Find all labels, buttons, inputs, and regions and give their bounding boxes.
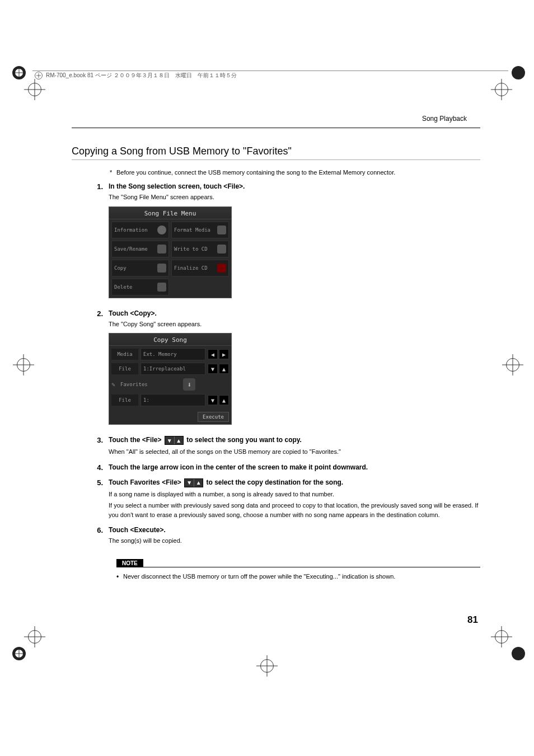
menu-delete[interactable]: Delete — [111, 279, 169, 295]
step-instruction: Touch Favorites <File> ▼ ▲ to select the… — [109, 478, 480, 487]
registration-mark-br — [495, 630, 508, 644]
step-number: 2. — [72, 309, 103, 430]
section-header: Song Playback — [422, 115, 467, 123]
menu-save-rename[interactable]: Save/Rename — [111, 241, 169, 257]
copy-song-screenshot: Copy Song Media Ext. Memory ◀ ▶ File 1:I… — [109, 333, 232, 425]
up-arrow-button[interactable]: ▲ — [219, 395, 229, 405]
down-arrow-icon: ▼ — [165, 436, 174, 444]
step-number: 5. — [72, 478, 103, 520]
registration-mark-ml — [17, 358, 30, 372]
dest-file-value: 1: — [140, 394, 205, 406]
step-detail: If a song name is displayed with a numbe… — [109, 490, 480, 499]
menu-finalize-cd[interactable]: Finalize CD — [171, 260, 229, 276]
favorites-label: Favorites — [120, 382, 148, 387]
page-header-line: RM-700_e.book 81 ページ ２００９年３月１８日 水曜日 午前１１… — [32, 71, 508, 79]
step-number: 4. — [72, 463, 103, 472]
pre-note: Before you continue, connect the USB mem… — [116, 169, 480, 176]
step-instruction: Touch <Execute>. — [109, 526, 480, 534]
book-icon — [35, 72, 43, 79]
up-arrow-icon: ▲ — [174, 436, 183, 444]
right-arrow-button[interactable]: ▶ — [219, 349, 229, 359]
crop-mark-br — [512, 647, 525, 660]
media-label: Media — [111, 349, 138, 360]
info-icon — [157, 226, 166, 234]
screenshot-title: Copy Song — [109, 334, 231, 346]
registration-mark-mr — [506, 358, 519, 372]
note-text: Never disconnect the USB memory or turn … — [116, 573, 480, 580]
song-file-menu-screenshot: Song File Menu Information Format Media … — [109, 206, 232, 298]
registration-mark-bc — [260, 659, 274, 673]
menu-write-to-cd[interactable]: Write to CD — [171, 241, 229, 257]
media-value: Ext. Memory — [140, 348, 205, 360]
menu-copy[interactable]: Copy — [111, 260, 169, 276]
up-arrow-button[interactable]: ▲ — [219, 364, 229, 374]
crop-mark-tl — [12, 66, 26, 79]
down-arrow-button[interactable]: ▼ — [208, 395, 218, 405]
down-arrow-button[interactable]: ▼ — [208, 364, 218, 374]
registration-mark-tr — [495, 83, 508, 96]
page-title: Copying a Song from USB Memory to "Favor… — [72, 145, 480, 157]
disk-icon — [157, 245, 166, 253]
crop-mark-tr — [512, 66, 525, 79]
pencil-icon: ✎ — [111, 381, 118, 388]
step-instruction: Touch the large arrow icon in the center… — [109, 463, 480, 471]
menu-information[interactable]: Information — [111, 222, 169, 238]
step-number: 1. — [72, 182, 103, 303]
section-rule — [72, 128, 480, 128]
page-header-text: RM-700_e.book 81 ページ ２００９年３月１８日 水曜日 午前１１… — [46, 72, 237, 79]
title-rule — [72, 159, 480, 160]
step-number: 6. — [72, 526, 103, 546]
dest-file-label: File — [111, 395, 138, 406]
registration-mark-tl — [28, 83, 41, 96]
file-value: 1:Irreplaceabl — [140, 363, 205, 375]
step-detail: The "Song File Menu" screen appears. — [109, 192, 480, 202]
note-label: NOTE — [116, 559, 143, 567]
cd-finalize-icon — [217, 264, 226, 273]
registration-mark-bl — [28, 630, 41, 644]
file-up-down-arrows: ▼ ▲ — [165, 436, 184, 445]
screenshot-title: Song File Menu — [109, 207, 231, 219]
step-instruction: Touch the <File> ▼ ▲ to select the song … — [109, 436, 480, 445]
step-number: 3. — [72, 436, 103, 457]
file-label: File — [111, 363, 138, 374]
step-detail: If you select a number with previously s… — [109, 501, 480, 519]
step-instruction: In the Song selection screen, touch <Fil… — [109, 182, 480, 190]
left-arrow-button[interactable]: ◀ — [208, 349, 218, 359]
copy-icon — [157, 264, 166, 273]
menu-format-media[interactable]: Format Media — [171, 222, 229, 238]
media-icon — [217, 226, 226, 234]
step-instruction: Touch <Copy>. — [109, 309, 480, 317]
center-direction-arrow[interactable]: ⬇ — [183, 378, 195, 391]
execute-button[interactable]: Execute — [198, 412, 229, 422]
favorites-up-down-arrows: ▼ ▲ — [184, 478, 203, 487]
page-number: 81 — [467, 614, 478, 626]
down-arrow-icon: ▼ — [185, 479, 194, 487]
cd-write-icon — [217, 245, 226, 253]
step-detail: The song(s) will be copied. — [109, 536, 480, 546]
note-rule — [116, 567, 480, 567]
step-detail: The "Copy Song" screen appears. — [109, 320, 480, 329]
delete-icon — [157, 283, 166, 292]
step-detail: When "All" is selected, all of the songs… — [109, 447, 480, 457]
crop-mark-bl — [12, 647, 26, 660]
up-arrow-icon: ▲ — [194, 479, 203, 487]
